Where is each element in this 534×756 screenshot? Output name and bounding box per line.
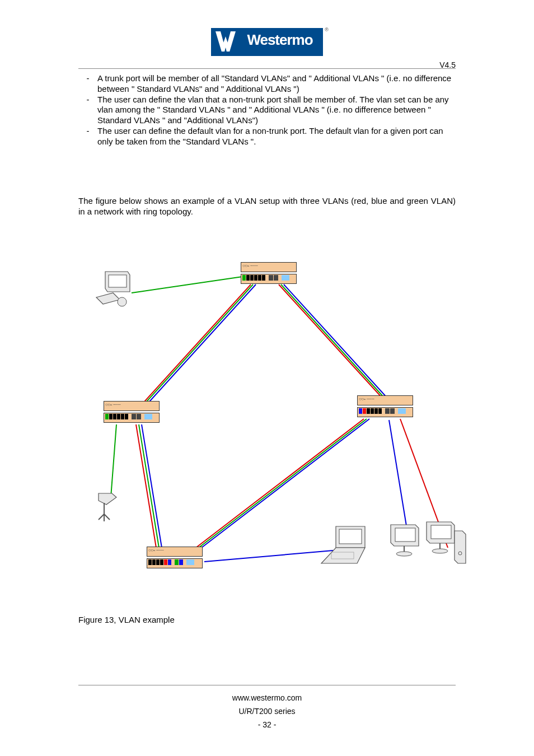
svg-rect-23 (339, 529, 362, 544)
bullet-text: A trunk port will be member of all "Stan… (97, 73, 456, 95)
svg-point-30 (432, 549, 448, 553)
logo-w-icon (216, 31, 236, 52)
page-footer: www.westermo.com U/R/T200 series - 32 - (78, 681, 456, 734)
svg-line-3 (279, 284, 383, 399)
list-item: - The user can define the vlan that a no… (78, 95, 456, 126)
camera-icon (94, 491, 122, 523)
logo-text: Westermo (240, 31, 320, 49)
figure-caption: Figure 13, VLAN example (78, 615, 456, 624)
footer-url: www.westermo.com (78, 693, 456, 702)
desktop-pc-icon (95, 270, 137, 314)
svg-line-20 (99, 514, 104, 520)
footer-page-number: - 32 - (78, 720, 456, 729)
svg-line-12 (132, 276, 246, 293)
svg-line-14 (204, 550, 333, 562)
svg-line-16 (389, 420, 409, 539)
laptop-icon (319, 525, 372, 569)
svg-line-8 (142, 424, 162, 548)
svg-point-27 (396, 552, 412, 556)
page-header: Westermo ® V4.5 (78, 28, 456, 56)
desktop-tower-icon (424, 520, 469, 569)
switch-top: ○○▫▫ ········ (241, 262, 297, 284)
dash-icon: - (78, 73, 97, 84)
intro-paragraph: The figure below shows an example of a V… (78, 196, 456, 217)
switch-left-panel-icon: ○○▫▫ ········ (104, 401, 160, 411)
switch-left-ports-icon (104, 413, 160, 423)
svg-line-13 (111, 424, 116, 497)
dash-icon: - (78, 95, 97, 105)
footer-series: U/R/T200 series (78, 707, 456, 716)
switch-right-ports-icon (357, 407, 413, 417)
svg-rect-25 (395, 528, 415, 542)
dash-icon: - (78, 126, 97, 137)
document-page: Westermo ® V4.5 - A trunk port will be m… (0, 0, 534, 756)
vlan-diagram: ○○▫▫ ········ ○○▫▫ ········ ○○▫▫ ·······… (78, 256, 456, 592)
registered-trademark-icon: ® (325, 27, 329, 32)
svg-rect-17 (109, 275, 127, 287)
svg-line-2 (144, 284, 256, 408)
switch-top-panel-icon: ○○▫▫ ········ (241, 262, 297, 272)
list-item: - The user can define the default vlan f… (78, 126, 456, 147)
switch-bottom: ○○▫▫ ········ (147, 547, 203, 568)
svg-line-4 (281, 284, 386, 399)
switch-bottom-ports-icon (147, 558, 203, 568)
svg-line-0 (139, 284, 251, 408)
svg-rect-28 (431, 525, 451, 539)
svg-line-7 (139, 424, 159, 548)
header-divider (78, 68, 456, 69)
bullet-list: - A trunk port will be member of all "St… (78, 73, 456, 147)
switch-right: ○○▫▫ ········ (357, 395, 413, 417)
company-logo: Westermo ® (211, 28, 323, 56)
svg-line-1 (141, 284, 253, 408)
bullet-text: The user can define the vlan that a non-… (97, 95, 456, 126)
svg-line-6 (136, 424, 156, 548)
svg-line-21 (104, 514, 110, 520)
bullet-text: The user can define the default vlan for… (97, 126, 456, 147)
switch-left: ○○▫▫ ········ (104, 401, 160, 423)
list-item: - A trunk port will be member of all "St… (78, 73, 456, 95)
version-label: V4.5 (439, 60, 456, 69)
monitor-blue-icon (388, 522, 421, 559)
switch-bottom-panel-icon: ○○▫▫ ········ (147, 547, 203, 557)
switch-top-ports-icon (241, 274, 297, 284)
footer-divider (78, 685, 456, 685)
svg-point-18 (118, 297, 127, 306)
svg-line-5 (284, 284, 388, 399)
switch-right-panel-icon: ○○▫▫ ········ (357, 395, 413, 405)
